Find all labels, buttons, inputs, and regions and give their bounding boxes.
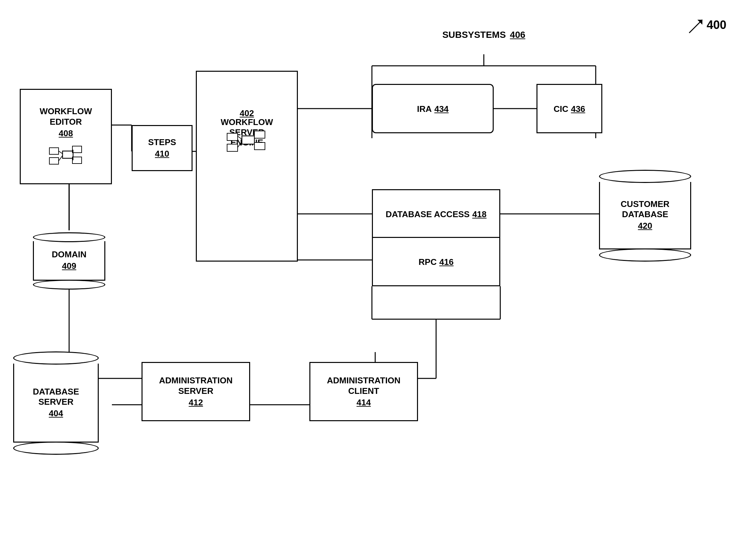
- administration-client-box: ADMINISTRATIONCLIENT 414: [309, 362, 418, 421]
- workflow-editor-number: 408: [59, 128, 73, 138]
- administration-server-label: ADMINISTRATIONSERVER: [159, 375, 232, 396]
- svg-rect-45: [254, 142, 265, 150]
- ira-content: IRA 434: [417, 103, 449, 114]
- rpc-content: RPC 416: [419, 256, 454, 267]
- domain-label: DOMAIN: [52, 249, 86, 260]
- database-server-label: DATABASESERVER: [33, 387, 79, 407]
- customer-database-body: CUSTOMERDATABASE 420: [599, 182, 691, 249]
- ira-label: IRA: [417, 104, 432, 114]
- workflow-server-engine-number: 402: [240, 108, 254, 119]
- figure-label: 400: [707, 18, 727, 32]
- database-server-number: 404: [49, 408, 63, 418]
- domain-cylinder: DOMAIN 409: [33, 230, 105, 291]
- subsystems-number: 406: [510, 29, 525, 40]
- subsystems-label: SUBSYSTEMS 406: [411, 29, 556, 40]
- database-server-bottom: [13, 442, 99, 455]
- steps-number: 410: [155, 149, 169, 159]
- database-access-label: DATABASE ACCESS: [386, 209, 470, 220]
- cic-content: CIC 436: [554, 103, 585, 114]
- figure-number: 400: [687, 18, 727, 34]
- database-server-top: [13, 351, 99, 365]
- rpc-box: RPC 416: [372, 237, 500, 286]
- workflow-editor-label: WORKFLOWEDITOR: [40, 106, 92, 127]
- cic-box: CIC 436: [536, 84, 602, 133]
- rpc-label: RPC: [419, 257, 437, 267]
- database-access-content: DATABASE ACCESS 418: [386, 208, 487, 220]
- steps-label: STEPS: [148, 137, 176, 147]
- customer-database-top: [599, 170, 691, 183]
- domain-top: [33, 232, 105, 242]
- svg-rect-32: [49, 158, 59, 164]
- customer-database-label: CUSTOMERDATABASE: [621, 199, 670, 220]
- cic-label: CIC: [554, 104, 568, 114]
- customer-database-cylinder: CUSTOMERDATABASE 420: [599, 168, 691, 263]
- database-access-box: DATABASE ACCESS 418: [372, 189, 500, 239]
- domain-number: 409: [62, 261, 76, 271]
- ira-box: IRA 434: [372, 84, 494, 133]
- database-access-number: 418: [472, 209, 486, 220]
- subsystems-text: SUBSYSTEMS: [442, 29, 506, 40]
- domain-bottom: [33, 280, 105, 290]
- customer-database-bottom: [599, 248, 691, 262]
- workflow-icon-svg: [48, 141, 84, 166]
- workflow-editor-box: WORKFLOWEDITOR 408: [20, 89, 112, 184]
- svg-rect-44: [254, 131, 265, 138]
- ira-number: 434: [434, 104, 449, 114]
- administration-server-box: ADMINISTRATIONSERVER 412: [141, 362, 250, 421]
- workflow-editor-icon: [24, 140, 108, 167]
- rpc-number: 416: [439, 257, 454, 267]
- svg-rect-34: [73, 146, 81, 153]
- steps-box: STEPS 410: [132, 125, 192, 171]
- svg-rect-41: [227, 133, 238, 140]
- workflow-server-engine-box: WORKFLOWSERVERENGINE 402: [196, 71, 298, 262]
- svg-rect-31: [49, 148, 59, 154]
- figure-arrow-icon: [687, 18, 704, 34]
- diagram: 400 SUBSYSTEMS 406 WORKFLOWEDITOR 408: [0, 0, 756, 538]
- svg-rect-33: [63, 151, 73, 158]
- domain-body: DOMAIN 409: [33, 241, 105, 281]
- svg-rect-35: [73, 157, 81, 164]
- svg-line-36: [59, 151, 63, 154]
- database-server-body: DATABASESERVER 404: [13, 364, 99, 443]
- svg-line-46: [238, 136, 242, 139]
- svg-line-47: [238, 141, 242, 147]
- svg-rect-43: [242, 136, 254, 144]
- customer-database-number: 420: [638, 221, 652, 231]
- engine-icon-svg: [226, 125, 268, 155]
- svg-rect-42: [227, 144, 238, 151]
- administration-client-label: ADMINISTRATIONCLIENT: [327, 375, 400, 396]
- administration-client-number: 414: [356, 398, 371, 408]
- administration-server-number: 412: [189, 398, 203, 408]
- svg-line-37: [59, 156, 63, 161]
- engine-icon: [226, 125, 268, 156]
- database-server-cylinder: DATABASESERVER 404: [13, 349, 99, 457]
- cic-number: 436: [571, 104, 585, 114]
